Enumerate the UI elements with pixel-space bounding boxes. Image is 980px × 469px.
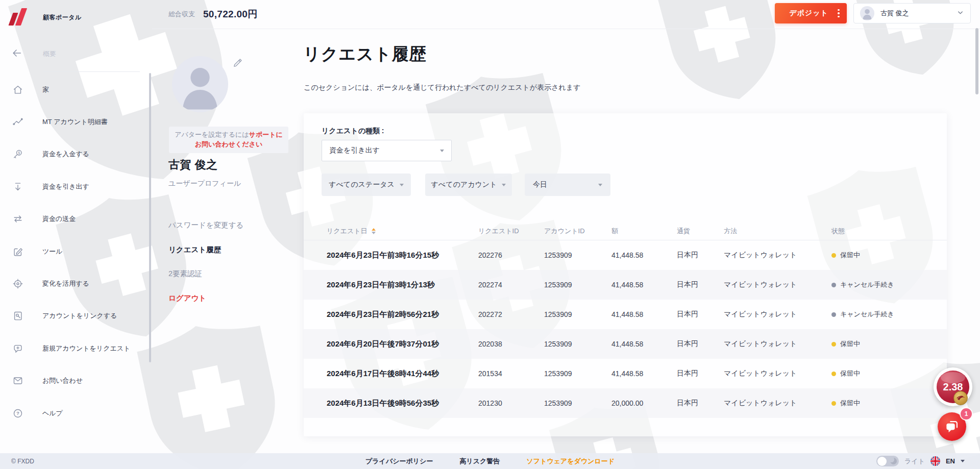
- sidebar-nav-label: MT アカウント明細書: [42, 117, 108, 127]
- cell-account-id: 1253909: [544, 281, 611, 289]
- cell-status: 保留中: [831, 399, 947, 408]
- language-selector[interactable]: EN: [946, 457, 955, 465]
- cell-amount: 41,448.58: [611, 251, 677, 259]
- cell-status: キャンセル手続き: [831, 310, 947, 319]
- cell-currency: 日本円: [677, 310, 724, 319]
- cell-account-id: 1253909: [544, 399, 611, 407]
- cell-status: キャンセル手続き: [831, 280, 947, 289]
- sidebar-item-leverage-target[interactable]: 変化を活用する: [0, 267, 151, 300]
- profile-link[interactable]: ログアウト: [168, 286, 291, 311]
- cell-currency: 日本円: [677, 399, 724, 408]
- sidebar-nav-label: 資金を入金する: [42, 150, 89, 159]
- home-icon: [12, 84, 23, 95]
- profile-role: ユーザープロフィール: [168, 179, 241, 188]
- cell-request-id: 201534: [478, 369, 544, 378]
- theme-toggle[interactable]: [876, 456, 899, 466]
- overview-label: 概要: [43, 50, 56, 59]
- leverage-target-icon: [12, 278, 23, 289]
- cell-status: 保留中: [831, 251, 947, 260]
- status-dot-icon: [831, 372, 836, 376]
- link-accounts-icon: [12, 310, 23, 322]
- edit-avatar-pencil-icon[interactable]: [232, 57, 243, 68]
- cell-amount: 20,000.00: [611, 399, 677, 407]
- help-icon: ?: [12, 408, 23, 419]
- deposit-menu-dots-icon[interactable]: [838, 9, 840, 18]
- page-subtitle: このセクションには、ポータルを通じて行われたすべてのリクエストが表示されます: [304, 83, 581, 92]
- status-dot-icon: [831, 283, 836, 287]
- profile-name: 古賀 俊之: [168, 157, 218, 172]
- profile-links: パスワードを変更する リクエスト履歴 2要素認証 ログアウト: [168, 213, 291, 310]
- request-type-select[interactable]: 資金を引き出す: [322, 140, 452, 161]
- sidebar-item-new-account-bubble[interactable]: 新規アカウントをリクエスト: [0, 332, 151, 364]
- footer-link[interactable]: 高リスク警告: [459, 457, 500, 466]
- sidebar-item-link-accounts[interactable]: アカウントをリンクする: [0, 300, 151, 332]
- profile-link[interactable]: パスワードを変更する: [168, 213, 291, 238]
- column-request-date[interactable]: リクエスト日: [327, 227, 478, 236]
- chevron-down-icon[interactable]: [957, 9, 964, 18]
- cell-request-date: 2024年6月13日午後9時56分35秒: [327, 399, 478, 408]
- sidebar-divider: [43, 71, 140, 72]
- sidebar-nav-label: アカウントをリンクする: [42, 311, 117, 320]
- user-menu[interactable]: 古賀 俊之: [853, 3, 971, 23]
- chat-unread-badge: 1: [961, 408, 972, 419]
- cell-request-date: 2024年6月20日午後7時37分01秒: [327, 339, 478, 349]
- column-label: リクエスト日: [327, 227, 368, 236]
- tools-edit-icon: [12, 246, 23, 257]
- cell-account-id: 1253909: [544, 310, 611, 318]
- sidebar-nav-label: 変化を活用する: [42, 279, 89, 288]
- sidebar-item-contact-mail[interactable]: お問い合わせ: [0, 365, 151, 397]
- sidebar-item-tools-edit[interactable]: ツール: [0, 235, 151, 267]
- footer-controls: ライト EN: [876, 453, 965, 469]
- chevron-down-icon: [400, 184, 404, 186]
- gold-eagle-badge-icon[interactable]: [953, 391, 968, 405]
- chevron-down-icon[interactable]: [961, 460, 965, 462]
- profile-link[interactable]: リクエスト履歴: [168, 238, 291, 262]
- balance-value: 50,722.00円: [203, 8, 258, 21]
- page-scrollbar[interactable]: [975, 28, 978, 94]
- sidebar-nav-label: ツール: [42, 247, 63, 256]
- sidebar-item-withdraw-arrow[interactable]: 資金を引き出す: [0, 170, 151, 203]
- cell-currency: 日本円: [677, 280, 724, 289]
- cell-currency: 日本円: [677, 339, 724, 349]
- cell-status: 保留中: [831, 369, 947, 378]
- contact-mail-icon: [12, 375, 23, 386]
- cell-method: マイビットウォレット: [724, 310, 831, 319]
- status-filter[interactable]: すべてのステータス: [322, 174, 411, 196]
- chat-bubble-icon: [943, 418, 961, 435]
- sidebar-item-help[interactable]: ? ヘルプ: [0, 397, 151, 429]
- sidebar-nav: 家 MT アカウント明細書 $ 資金を入金する 資金を引き出す 資金の送金 ツー…: [0, 73, 151, 429]
- sidebar-item-transfer-arrows[interactable]: 資金の送金: [0, 203, 151, 235]
- cell-method: マイビットウォレット: [724, 251, 831, 260]
- status-text: 保留中: [840, 251, 860, 260]
- chevron-down-icon: [502, 184, 506, 186]
- profile-link[interactable]: 2要素認証: [168, 262, 291, 286]
- status-dot-icon: [831, 342, 836, 347]
- deposit-button[interactable]: デポジット: [775, 3, 847, 23]
- sidebar-item-home[interactable]: 家: [0, 73, 151, 106]
- footer-link[interactable]: プライバシーポリシー: [365, 457, 433, 466]
- statement-chart-icon: [12, 116, 23, 128]
- cell-request-id: 202276: [478, 251, 544, 259]
- table-row: 2024年6月20日午後7時37分01秒 202038 1253909 41,4…: [304, 329, 947, 359]
- footer-links: プライバシーポリシー 高リスク警告 ソフトウェアをダウンロード: [0, 453, 980, 469]
- account-filter[interactable]: すべてのアカウント: [425, 174, 512, 196]
- period-filter[interactable]: 今日: [525, 174, 610, 196]
- back-arrow-icon[interactable]: [11, 47, 22, 59]
- request-type-value: 資金を引き出す: [329, 146, 380, 155]
- cell-account-id: 1253909: [544, 369, 611, 378]
- footer-link[interactable]: ソフトウェアをダウンロード: [526, 457, 615, 466]
- new-account-bubble-icon: [12, 343, 23, 354]
- cell-amount: 41,448.58: [611, 281, 677, 289]
- user-avatar: [860, 6, 874, 20]
- uk-flag-icon[interactable]: [930, 456, 940, 466]
- sort-icon[interactable]: [372, 228, 376, 234]
- user-name: 古賀 俊之: [880, 9, 957, 18]
- cell-method: マイビットウォレット: [724, 399, 831, 408]
- sidebar-item-deposit-key[interactable]: $ 資金を入金する: [0, 138, 151, 170]
- svg-text:$: $: [18, 151, 20, 155]
- table-header: リクエスト日 リクエストID アカウントID 額 通貨 方法 状態: [304, 223, 947, 240]
- status-dot-icon: [831, 253, 836, 258]
- sidebar-item-statement-chart[interactable]: MT アカウント明細書: [0, 106, 151, 138]
- profile-avatar: [172, 56, 228, 112]
- cell-account-id: 1253909: [544, 340, 611, 348]
